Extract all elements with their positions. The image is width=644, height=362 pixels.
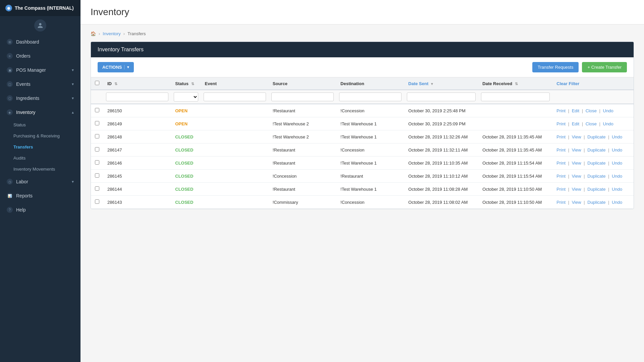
action-undo-link[interactable]: Undo — [612, 200, 622, 205]
table-body: 286150OPEN!Restaurant!ConcessionOctober … — [91, 104, 634, 209]
action-view-link[interactable]: View — [572, 147, 581, 153]
filter-event[interactable] — [204, 93, 266, 101]
col-status[interactable]: Status ⇅ — [171, 77, 201, 90]
cell-event — [201, 104, 269, 117]
col-date-received[interactable]: Date Received ⇅ — [478, 77, 552, 90]
cell-status: CLOSED — [171, 143, 201, 157]
action-print-link[interactable]: Print — [556, 121, 566, 126]
action-duplicate-link[interactable]: Duplicate — [587, 200, 605, 205]
action-print-link[interactable]: Print — [556, 200, 566, 205]
filter-source[interactable] — [271, 93, 334, 101]
row-checkbox[interactable] — [95, 186, 99, 191]
cell-destination: !Restaurant — [336, 170, 404, 183]
cell-status: OPEN — [171, 104, 201, 117]
cell-date-received — [478, 104, 552, 117]
action-undo-link[interactable]: Undo — [612, 147, 622, 153]
select-all-header[interactable] — [91, 77, 103, 90]
create-transfer-button[interactable]: + Create Transfer — [582, 62, 627, 72]
sidebar-item-inventory[interactable]: ◈ Inventory ▴ — [0, 105, 80, 119]
sidebar-sub-purchasing-receiving[interactable]: Purchasing & Receiving — [0, 130, 80, 141]
cell-event — [201, 170, 269, 183]
user-avatar[interactable] — [34, 19, 46, 32]
select-all-checkbox[interactable] — [95, 81, 99, 85]
action-edit-link[interactable]: Edit — [572, 121, 579, 126]
col-date-sent[interactable]: Date Sent ▾ — [404, 77, 478, 90]
action-duplicate-link[interactable]: Duplicate — [587, 147, 605, 153]
action-undo-link[interactable]: Undo — [612, 187, 622, 192]
action-duplicate-link[interactable]: Duplicate — [587, 187, 605, 192]
col-destination[interactable]: Destination — [336, 77, 404, 90]
sidebar-item-orders[interactable]: ≡ Orders — [0, 49, 80, 63]
action-print-link[interactable]: Print — [556, 134, 566, 139]
cell-status: CLOSED — [171, 157, 201, 170]
action-view-link[interactable]: View — [572, 161, 581, 166]
action-edit-link[interactable]: Edit — [572, 108, 579, 113]
action-view-link[interactable]: View — [572, 134, 581, 139]
chevron-down-icon: ▾ — [72, 68, 74, 72]
table-header-row: ID ⇅ Status ⇅ Event Source Destination D… — [91, 77, 634, 90]
filter-id[interactable] — [106, 93, 168, 101]
clear-filter-button[interactable]: Clear Filter — [556, 81, 579, 86]
action-view-link[interactable]: View — [572, 200, 581, 205]
row-checkbox[interactable] — [95, 173, 99, 178]
action-duplicate-link[interactable]: Duplicate — [587, 134, 605, 139]
row-checkbox[interactable] — [95, 199, 99, 204]
action-undo-link[interactable]: Undo — [612, 134, 622, 139]
sidebar-item-reports[interactable]: 📊 Reports — [0, 189, 80, 203]
filter-status[interactable] — [174, 92, 198, 102]
row-checkbox[interactable] — [95, 160, 99, 165]
row-checkbox[interactable] — [95, 134, 99, 138]
cell-date-sent: October 28, 2019 11:08:02 AM — [404, 196, 478, 209]
filter-destination[interactable] — [339, 93, 401, 101]
cell-date-sent: October 28, 2019 11:08:28 AM — [404, 183, 478, 196]
breadcrumb-inventory[interactable]: Inventory — [103, 31, 120, 36]
action-duplicate-link[interactable]: Duplicate — [587, 161, 605, 166]
action-print-link[interactable]: Print — [556, 147, 566, 153]
sidebar-sub-inventory-movements[interactable]: Inventory Movements — [0, 164, 80, 175]
action-duplicate-link[interactable]: Duplicate — [587, 174, 605, 179]
filter-date-sent[interactable] — [407, 93, 476, 101]
row-checkbox[interactable] — [95, 121, 99, 125]
sidebar-item-dashboard[interactable]: ⊞ Dashboard — [0, 35, 80, 49]
cell-source: !Concession — [269, 170, 336, 183]
sidebar-sub-status[interactable]: Status — [0, 119, 80, 130]
filter-date-received[interactable] — [481, 93, 550, 101]
sidebar-item-events[interactable]: ◻ Events ▾ — [0, 77, 80, 91]
action-print-link[interactable]: Print — [556, 174, 566, 179]
chevron-down-icon: ▾ — [72, 179, 74, 184]
sidebar: ◉ The Compass (INTERNAL) ⊞ Dashboard ≡ O… — [0, 0, 80, 362]
col-event[interactable]: Event — [201, 77, 269, 90]
sidebar-item-labor[interactable]: ◷ Labor ▾ — [0, 175, 80, 189]
transfers-table: ID ⇅ Status ⇅ Event Source Destination D… — [91, 77, 634, 209]
actions-button[interactable]: ACTIONS ▾ — [98, 62, 134, 72]
sidebar-item-pos-manager[interactable]: ▣ POS Manager ▾ — [0, 63, 80, 77]
action-view-link[interactable]: View — [572, 187, 581, 192]
action-print-link[interactable]: Print — [556, 108, 566, 113]
action-undo-link[interactable]: Undo — [603, 108, 613, 113]
row-checkbox[interactable] — [95, 147, 99, 152]
sidebar-sub-transfers[interactable]: Transfers — [0, 141, 80, 153]
action-undo-link[interactable]: Undo — [612, 161, 622, 166]
table-row: 286147CLOSED!Restaurant!ConcessionOctobe… — [91, 143, 634, 157]
action-close-link[interactable]: Close — [586, 121, 597, 126]
cell-actions: Print | View | Duplicate | Undo — [552, 130, 634, 143]
cell-date-received: October 28, 2019 11:10:50 AM — [478, 196, 552, 209]
col-id[interactable]: ID ⇅ — [103, 77, 171, 90]
row-checkbox[interactable] — [95, 108, 99, 112]
cell-status: CLOSED — [171, 183, 201, 196]
sidebar-item-help[interactable]: ? Help — [0, 203, 80, 217]
action-undo-link[interactable]: Undo — [603, 121, 613, 126]
cell-id: 286146 — [103, 157, 171, 170]
col-actions-clear[interactable]: Clear Filter — [552, 77, 634, 90]
transfer-requests-button[interactable]: Transfer Requests — [532, 62, 579, 72]
col-source[interactable]: Source — [269, 77, 336, 90]
table-row: 286144CLOSED!Restaurant!Test Warehouse 1… — [91, 183, 634, 196]
sidebar-sub-audits[interactable]: Audits — [0, 153, 80, 164]
action-print-link[interactable]: Print — [556, 187, 566, 192]
action-undo-link[interactable]: Undo — [612, 174, 622, 179]
action-view-link[interactable]: View — [572, 174, 581, 179]
action-close-link[interactable]: Close — [586, 108, 597, 113]
sidebar-item-ingredients[interactable]: ⬡ Ingredients ▾ — [0, 91, 80, 105]
breadcrumb-home[interactable]: 🏠 — [91, 31, 96, 36]
action-print-link[interactable]: Print — [556, 161, 566, 166]
